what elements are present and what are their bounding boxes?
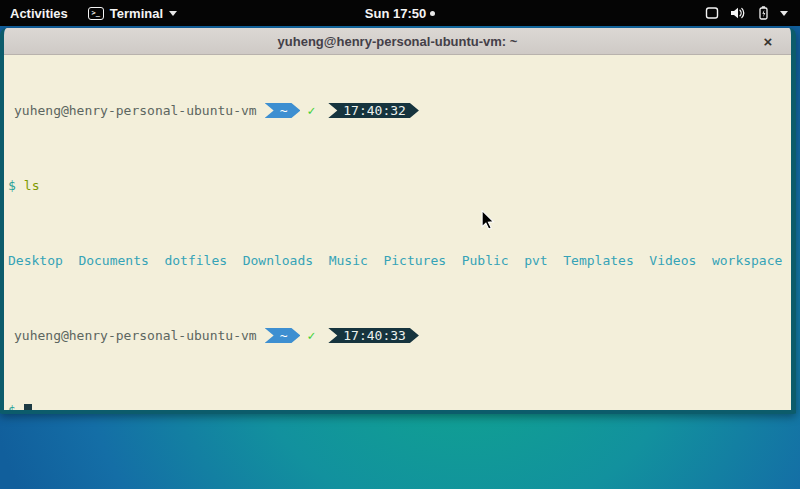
prompt-cwd-segment: ~ [265, 328, 301, 343]
prompt-symbol: $ [8, 178, 16, 193]
window-title: yuheng@henry-personal-ubuntu-vm: ~ [278, 34, 518, 49]
chevron-down-icon [169, 11, 177, 16]
prompt-user-host: yuheng@henry-personal-ubuntu-vm [6, 103, 257, 118]
prompt-line: yuheng@henry-personal-ubuntu-vm ~ ✓ 17:4… [6, 103, 791, 118]
directory-entry: Public [462, 253, 509, 268]
activities-button[interactable]: Activities [0, 0, 78, 26]
input-line[interactable]: $ [6, 403, 791, 414]
directory-entry: dotfiles [164, 253, 227, 268]
prompt-time-segment: 17:40:32 [328, 103, 419, 118]
typed-command: ls [24, 178, 40, 193]
system-status-menu[interactable] [692, 0, 800, 26]
display-icon [704, 5, 720, 21]
directory-entry: pvt [524, 253, 547, 268]
prompt-user-host: yuheng@henry-personal-ubuntu-vm [6, 328, 257, 343]
clock-label: Sun 17:50 [365, 6, 426, 21]
prompt-symbol: $ [8, 403, 16, 414]
terminal-icon: >_ [88, 7, 104, 20]
directory-entry: Documents [78, 253, 148, 268]
app-menu-label: Terminal [110, 6, 163, 21]
directory-entry: workspace [712, 253, 782, 268]
text-cursor [24, 404, 32, 414]
check-icon: ✓ [307, 103, 315, 118]
check-icon: ✓ [307, 328, 315, 343]
battery-charging-icon [755, 5, 771, 21]
directory-entry: Templates [563, 253, 633, 268]
command-line: $ ls [6, 178, 791, 193]
prompt-time-segment: 17:40:33 [328, 328, 419, 343]
terminal-window: yuheng@henry-personal-ubuntu-vm: ~ × yuh… [0, 28, 796, 414]
terminal-content[interactable]: yuheng@henry-personal-ubuntu-vm ~ ✓ 17:4… [4, 55, 791, 414]
directory-entry: Music [329, 253, 368, 268]
notification-dot [430, 11, 435, 16]
clock-button[interactable]: Sun 17:50 [355, 0, 445, 26]
directory-entry: Desktop [8, 253, 63, 268]
ls-output: Desktop Documents dotfiles Downloads Mus… [6, 253, 791, 268]
close-button[interactable]: × [755, 28, 781, 54]
directory-entry: Downloads [243, 253, 313, 268]
top-bar-right [692, 0, 800, 26]
focused-app-menu[interactable]: >_ Terminal [78, 0, 187, 26]
top-bar: Activities >_ Terminal Sun 17:50 [0, 0, 800, 26]
chevron-down-icon [780, 11, 788, 16]
directory-entry: Pictures [383, 253, 446, 268]
prompt-cwd-segment: ~ [265, 103, 301, 118]
prompt-line: yuheng@henry-personal-ubuntu-vm ~ ✓ 17:4… [6, 328, 791, 343]
volume-icon [729, 5, 746, 21]
top-bar-left: Activities >_ Terminal [0, 0, 187, 26]
directory-entry: Videos [649, 253, 696, 268]
titlebar[interactable]: yuheng@henry-personal-ubuntu-vm: ~ × [4, 28, 791, 55]
